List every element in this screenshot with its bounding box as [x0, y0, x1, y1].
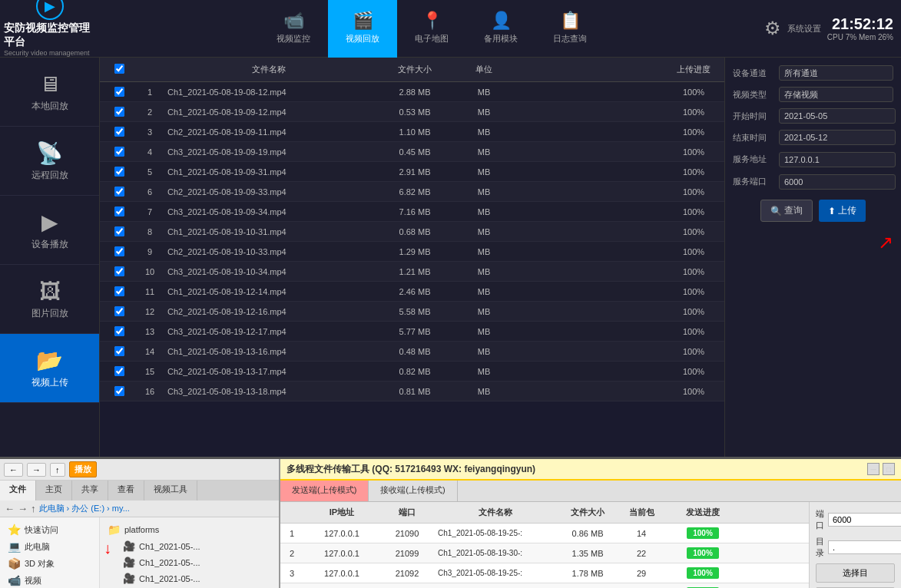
row-check-input[interactable] [114, 346, 124, 356]
nav-item-playback[interactable]: 🎬 视频回放 [328, 0, 397, 58]
row-empty [515, 144, 663, 159]
tab-view[interactable]: 查看 [108, 481, 144, 500]
nav-item-map[interactable]: 📍 电子地图 [397, 0, 466, 58]
row-check-input[interactable] [114, 366, 124, 376]
row-check-input[interactable] [114, 206, 124, 216]
row-check-input[interactable] [114, 246, 124, 256]
sidebar-item-upload[interactable]: 📂 视频上传 [0, 334, 99, 403]
row-check-input[interactable] [114, 386, 124, 396]
back-button[interactable]: ← [4, 463, 23, 477]
nav-forward-icon[interactable]: → [18, 503, 28, 514]
row-checkbox[interactable] [100, 124, 138, 139]
row-check-input[interactable] [114, 127, 124, 137]
device-channel-select[interactable]: 所有通道 [779, 65, 893, 81]
nav-label-map: 电子地图 [415, 33, 449, 45]
row-check-input[interactable] [114, 107, 124, 117]
start-time-label: 开始时间 [733, 111, 775, 122]
tw-tab-sender[interactable]: 发送端(上传模式) [280, 481, 369, 501]
upload-button[interactable]: ⬆ 上传 [819, 200, 866, 222]
row-progress: 100% [663, 224, 724, 239]
row-size: 7.16 MB [376, 204, 453, 219]
row-checkbox[interactable] [100, 184, 138, 199]
row-checkbox[interactable] [100, 144, 138, 159]
image-icon: 🖼 [39, 279, 61, 304]
select-dir-button[interactable]: 选择目 [816, 563, 895, 583]
tab-video-tools[interactable]: 视频工具 [144, 481, 197, 500]
row-filename: Ch2_2021-05-08-19-12-16.mp4 [161, 304, 376, 319]
row-checkbox[interactable] [100, 244, 138, 259]
tw-port-label: 端口 [816, 508, 824, 531]
nav-item-log[interactable]: 📋 日志查询 [535, 0, 605, 58]
row-checkbox[interactable] [100, 204, 138, 219]
nav-up-icon[interactable]: ↑ [31, 503, 36, 514]
server-port-input[interactable] [779, 174, 896, 190]
row-checkbox[interactable] [100, 104, 138, 119]
sidebar-item-local[interactable]: 🖥 本地回放 [0, 58, 99, 127]
tab-share[interactable]: 共享 [72, 481, 108, 500]
row-checkbox[interactable] [100, 164, 138, 179]
row-check-input[interactable] [114, 306, 124, 316]
video-item[interactable]: 📹 视频 [4, 572, 95, 588]
row-check-input[interactable] [114, 167, 124, 177]
row-check-input[interactable] [114, 286, 124, 296]
row-checkbox[interactable] [100, 264, 138, 279]
video-type-select[interactable]: 存储视频 [779, 87, 893, 102]
tw-row-num: 1 [280, 525, 303, 541]
nav-item-backup[interactable]: 👤 备用模块 [466, 0, 535, 58]
query-button[interactable]: 🔍 查询 [760, 200, 813, 222]
quick-access-item[interactable]: ⭐ 快速访问 [4, 521, 95, 538]
forward-button[interactable]: → [27, 463, 46, 477]
end-time-input[interactable] [779, 130, 896, 145]
row-check-input[interactable] [114, 187, 124, 197]
select-all-checkbox[interactable] [114, 64, 124, 74]
right-panel: 设备通道 所有通道 视频类型 存储视频 开始时间 结束时间 服务地址 ← 服务端… [724, 58, 901, 457]
file-ch1-3[interactable]: 🎥 Ch1_2021-05-... [119, 570, 275, 586]
up-button[interactable]: ↑ [50, 463, 65, 477]
3d-objects-item[interactable]: 📦 3D 对象 [4, 555, 95, 572]
row-checkbox[interactable] [100, 384, 138, 398]
row-checkbox[interactable] [100, 84, 138, 99]
tab-file[interactable]: 文件 [0, 481, 36, 500]
server-addr-input[interactable] [779, 152, 896, 167]
play-button[interactable]: 播放 [69, 461, 97, 477]
sidebar-item-remote[interactable]: 📡 远程回放 [0, 127, 99, 196]
tw-row-packet: 22 [618, 545, 664, 561]
row-checkbox[interactable] [100, 224, 138, 239]
file-ch1-2[interactable]: 🎥 Ch1_2021-05-... [119, 554, 275, 570]
row-check-input[interactable] [114, 266, 124, 276]
row-num: 14 [138, 344, 161, 358]
nav-item-monitor[interactable]: 📹 视频监控 [259, 0, 328, 58]
tw-row-size: 1.35 MB [557, 545, 618, 561]
row-filename: Ch1_2021-05-08-19-08-12.mp4 [161, 84, 376, 99]
row-filename: Ch1_2021-05-08-19-09-12.mp4 [161, 104, 376, 119]
row-check-input[interactable] [114, 226, 124, 236]
tw-minimize-btn[interactable]: ─ [867, 463, 879, 475]
tw-port-input[interactable] [828, 513, 901, 527]
row-checkbox[interactable] [100, 284, 138, 299]
settings-icon[interactable]: ⚙ [764, 18, 781, 39]
file-ch1-1[interactable]: 🎥 Ch1_2021-05-... [119, 538, 275, 554]
start-time-input[interactable] [779, 108, 896, 124]
row-checkbox[interactable] [100, 324, 138, 339]
row-checkbox[interactable] [100, 364, 138, 378]
sidebar-item-image[interactable]: 🖼 图片回放 [0, 265, 99, 334]
col-progress: 上传进度 [663, 61, 724, 78]
row-check-input[interactable] [114, 87, 124, 97]
sidebar-item-device[interactable]: ▶ 设备播放 [0, 196, 99, 265]
row-checkbox[interactable] [100, 344, 138, 358]
row-progress: 100% [663, 144, 724, 159]
tw-row-ip: 127.0.0.1 [303, 585, 380, 588]
row-check-input[interactable] [114, 147, 124, 157]
tw-maximize-btn[interactable]: □ [883, 463, 895, 475]
nav-back-icon[interactable]: ← [5, 503, 15, 514]
folder-platforms[interactable]: 📁 platforms [104, 521, 275, 538]
clock-time: 21:52:12 [827, 15, 893, 33]
row-unit: MB [453, 104, 515, 119]
tw-tab-receiver[interactable]: 接收端(上传模式) [369, 481, 457, 501]
tw-dir-input[interactable] [828, 540, 901, 554]
this-pc-item[interactable]: 💻 此电脑 [4, 538, 95, 555]
tab-home[interactable]: 主页 [36, 481, 72, 500]
row-checkbox[interactable] [100, 304, 138, 319]
row-check-input[interactable] [114, 326, 124, 336]
row-filename: Ch1_2021-05-08-19-10-31.mp4 [161, 224, 376, 239]
